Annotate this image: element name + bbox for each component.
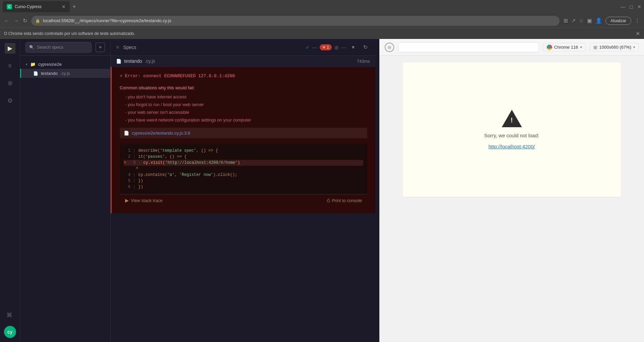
folder-item-e2e[interactable]: ▾ 📁 cypress\e2e	[20, 60, 110, 69]
viewport-size-label: 1000x660 (67%)	[599, 45, 631, 50]
menu-icon[interactable]: ⋮	[635, 17, 640, 24]
pending-icon: ◎	[334, 45, 338, 50]
error-reason-3: - your web server isn't accessible	[125, 110, 367, 115]
browser-chevron-icon: ▾	[580, 45, 582, 49]
specs-tree: ▾ 📁 cypress\e2e 📄 testando .cy.js	[20, 56, 110, 82]
folder-icon-symbol: 📁	[30, 62, 36, 67]
error-page-text: Sorry, we could not load:	[484, 133, 539, 138]
sidebar-item-list[interactable]: ≡	[5, 60, 15, 71]
error-reasons-title: Common situations why this would fail:	[120, 85, 367, 90]
preview-content: Sorry, we could not load: http://localho…	[379, 56, 644, 342]
error-file-link[interactable]: 📄 cypress/e2e/testando.cy.js:3:8	[120, 128, 367, 138]
dropdown-button[interactable]: ▾	[348, 43, 358, 52]
print-to-console-label: Print to console	[332, 198, 362, 203]
preview-panel: ⊕ Chrome 116 ▾ ⊞ 1000x660 (67%) ▾ Sorry,…	[379, 39, 644, 342]
chevron-down-icon: ▾	[25, 62, 28, 67]
print-to-console-button[interactable]: ⎙ Print to console	[327, 198, 362, 203]
test-item-header: 📄 testando .cy.js 743ms	[111, 56, 375, 67]
browser-selector[interactable]: Chrome 116 ▾	[543, 43, 586, 52]
window-controls: — ◻ ✕	[621, 4, 641, 9]
toolbar-icons: ⊞ ↗ ☆ ▣ 👤 Atualizar ⋮	[564, 17, 640, 25]
code-line-1: 1 | describe('template spec', () => {	[124, 148, 363, 154]
error-reason-1: - you don't have internet access	[125, 94, 367, 99]
error-page-url[interactable]: http://localhost:4200/	[488, 144, 535, 149]
specs-panel-icon: ≡	[116, 44, 119, 50]
test-time: 743ms	[357, 59, 370, 64]
browser-label: Chrome 116	[554, 45, 578, 50]
maximize-button[interactable]: ◻	[629, 4, 633, 9]
browser-toolbar: ← → ↻ 🔒 localhost:55628/__/#/specs/runne…	[0, 13, 644, 28]
viewport-selector[interactable]: ⊞ 1000x660 (67%) ▾	[590, 43, 639, 52]
browser-titlebar: C Curso-Cypress ✕ + — ◻ ✕	[0, 0, 644, 13]
new-tab-button[interactable]: +	[72, 3, 76, 10]
error-triangle-icon	[502, 110, 522, 127]
file-name: testando	[41, 71, 58, 76]
automation-bar: O Chrome está sendo controlado por um so…	[0, 28, 644, 39]
automation-close-button[interactable]: ✕	[636, 31, 640, 37]
address-text: localhost:55628/__/#/specs/runner?file=c…	[43, 18, 555, 23]
runner-header: ≡ Specs ✓ — ✕ 1 ◎ — ▾ ↻	[111, 39, 375, 56]
error-message: > Error: connect ECONNREFUSED 127.0.0.1:…	[120, 74, 367, 79]
refresh-button[interactable]: ↻	[361, 43, 370, 52]
viewport-icon: ⊞	[593, 45, 597, 50]
folder-name: cypress\e2e	[38, 62, 62, 67]
error-panel: > Error: connect ECONNREFUSED 127.0.0.1:…	[111, 67, 375, 213]
sidebar-toggle-icon[interactable]: ▣	[587, 17, 592, 24]
code-line-5: 5 | })	[124, 178, 363, 184]
tab-title: Curso-Cypress	[15, 4, 59, 9]
browser-tab[interactable]: C Curso-Cypress ✕	[3, 1, 70, 12]
icon-sidebar: ▶ ≡ ⚙ ⌘ cy	[0, 39, 20, 342]
view-stack-trace-button[interactable]: ▶ View stack trace	[125, 198, 162, 203]
back-button[interactable]: ←	[4, 18, 9, 24]
tab-favicon: C	[7, 4, 12, 9]
address-bar[interactable]: 🔒 localhost:55628/__/#/specs/runner?file…	[31, 16, 559, 26]
code-line-2: 2 | it('passes', () => {	[124, 154, 363, 160]
sidebar-item-cmd[interactable]: ⌘	[4, 310, 15, 321]
code-line-3-active: > 3 | cy.visit('http://localhost:4200/#/…	[124, 160, 363, 166]
chevron-right-icon: ▶	[125, 198, 129, 203]
translate-icon[interactable]: ⊞	[564, 17, 568, 24]
scrollbar[interactable]	[375, 39, 379, 342]
sidebar-item-run[interactable]: ▶	[5, 43, 15, 54]
specs-header: 🔍 Search specs +	[20, 39, 110, 56]
error-page: Sorry, we could not load: http://localho…	[403, 62, 621, 197]
error-reason-2: - you forgot to run / boot your web serv…	[125, 102, 367, 107]
pass-icon: ✓	[306, 45, 310, 50]
file-item-testando[interactable]: 📄 testando .cy.js	[20, 69, 110, 78]
sidebar-item-settings[interactable]: ⚙	[5, 95, 15, 106]
search-icon: 🔍	[29, 45, 34, 50]
code-line-caret: ^	[124, 166, 363, 172]
bookmark-icon[interactable]: ☆	[579, 17, 584, 24]
file-ext: .cy.js	[60, 71, 70, 76]
specs-panel: 🔍 Search specs + ▾ 📁 cypress\e2e 📄 testa…	[20, 39, 111, 342]
forward-button[interactable]: →	[13, 18, 19, 24]
file-icon: 📄	[33, 71, 38, 76]
close-button[interactable]: ✕	[637, 4, 641, 9]
sidebar-item-bug[interactable]	[5, 78, 15, 89]
error-file-path[interactable]: cypress/e2e/testando.cy.js:3:8	[132, 131, 190, 136]
profile-icon[interactable]: 👤	[595, 17, 602, 24]
viewport-chevron-icon: ▾	[633, 45, 635, 49]
runner-panel: ≡ Specs ✓ — ✕ 1 ◎ — ▾ ↻ 📄 testando .cy.j…	[111, 39, 375, 342]
add-spec-button[interactable]: +	[96, 43, 105, 52]
specs-label: Specs	[123, 45, 136, 50]
print-icon: ⎙	[327, 198, 330, 203]
preview-url-bar[interactable]	[398, 42, 539, 52]
search-box[interactable]: 🔍 Search specs	[25, 42, 92, 53]
reload-button[interactable]: ↻	[23, 17, 27, 24]
update-button[interactable]: Atualizar	[605, 17, 631, 25]
tab-close-button[interactable]: ✕	[62, 4, 66, 9]
test-filename: testando	[124, 58, 142, 64]
chrome-icon	[547, 45, 552, 50]
error-file-icon: 📄	[124, 131, 129, 136]
test-filename-ext: .cy.js	[145, 58, 155, 64]
error-reason-4: - you have weird network configuration s…	[125, 117, 367, 123]
app-body: ▶ ≡ ⚙ ⌘ cy 🔍 Search specs + ▾ 📁 cypress\…	[0, 39, 644, 342]
preview-header: ⊕ Chrome 116 ▾ ⊞ 1000x660 (67%) ▾	[379, 39, 644, 56]
lock-icon: 🔒	[35, 18, 40, 23]
cy-logo: cy	[4, 326, 16, 338]
minimize-button[interactable]: —	[621, 4, 625, 9]
share-icon[interactable]: ↗	[571, 17, 576, 24]
pass-count: —	[312, 45, 317, 50]
crosshair-icon[interactable]: ⊕	[385, 43, 394, 52]
